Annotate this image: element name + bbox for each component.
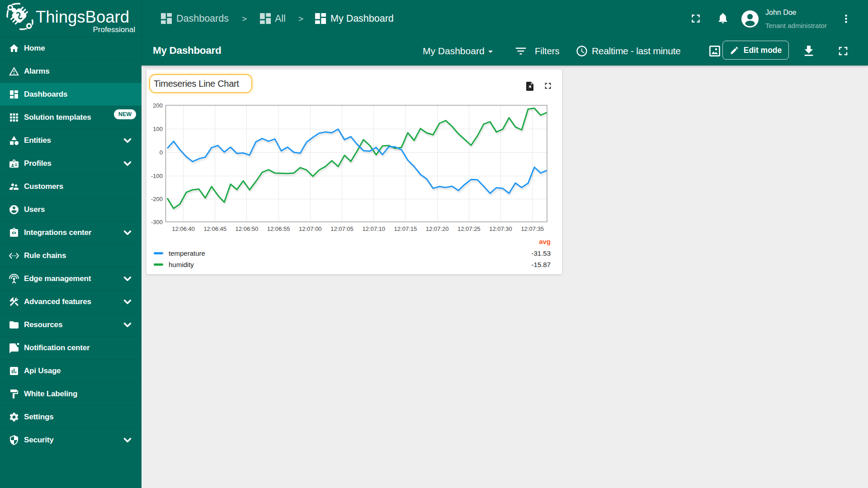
svg-text:12:07:20: 12:07:20 (426, 225, 449, 232)
svg-text:12:07:10: 12:07:10 (362, 225, 385, 232)
svg-text:12:06:55: 12:06:55 (267, 225, 290, 232)
svg-text:100: 100 (153, 126, 163, 132)
svg-text:-300: -300 (151, 219, 163, 225)
svg-text:12:07:35: 12:07:35 (521, 225, 544, 232)
svg-text:12:06:45: 12:06:45 (203, 225, 226, 232)
svg-text:200: 200 (153, 102, 163, 109)
svg-text:12:07:25: 12:07:25 (458, 225, 481, 232)
svg-text:12:07:30: 12:07:30 (489, 225, 512, 232)
svg-text:12:06:40: 12:06:40 (172, 225, 195, 232)
svg-text:12:07:15: 12:07:15 (394, 225, 417, 232)
svg-text:12:06:50: 12:06:50 (236, 225, 259, 232)
svg-text:12:07:00: 12:07:00 (299, 225, 322, 232)
svg-text:Professional: Professional (93, 25, 135, 34)
svg-text:ThingsBoard: ThingsBoard (36, 8, 129, 26)
svg-text:12:07:05: 12:07:05 (330, 225, 354, 232)
svg-text:-100: -100 (151, 173, 163, 179)
svg-text:0: 0 (160, 149, 163, 156)
svg-text:-200: -200 (151, 196, 163, 202)
